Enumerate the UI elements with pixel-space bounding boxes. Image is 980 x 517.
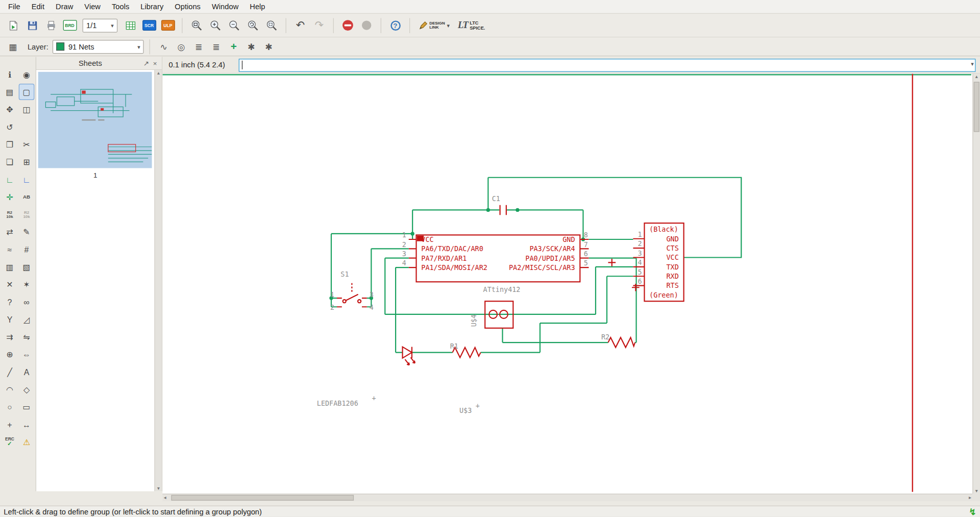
sheet-thumbnail[interactable]: [38, 72, 152, 168]
menu-edit[interactable]: Edit: [26, 1, 50, 13]
text-tool[interactable]: A: [19, 364, 35, 380]
save-button[interactable]: [24, 17, 41, 34]
scrollbar-thumb[interactable]: [974, 82, 979, 132]
delete-tool[interactable]: ✕: [2, 276, 18, 292]
open-new-button[interactable]: [5, 17, 22, 34]
gateswap-tool[interactable]: ∞: [19, 294, 35, 310]
attribute-tool[interactable]: R2 10k: [2, 206, 18, 223]
scroll-up-icon[interactable]: ▴: [157, 70, 160, 76]
mirror-tool[interactable]: ◫: [19, 101, 35, 117]
copy-group-tool[interactable]: ▥: [2, 259, 18, 275]
miter-tool[interactable]: ◿: [19, 311, 35, 328]
grid-settings-button[interactable]: ▦: [5, 39, 21, 54]
junction-tool[interactable]: ✛: [2, 189, 18, 205]
circle-tool[interactable]: ○: [2, 399, 18, 415]
zoom-redraw-button[interactable]: [244, 17, 261, 34]
replace-tool[interactable]: ⇋: [19, 329, 35, 345]
ltspice-button[interactable]: LT LTCSPICE.: [455, 18, 488, 33]
advanced-settings-button[interactable]: ✱: [261, 39, 277, 54]
print-button[interactable]: [42, 17, 59, 34]
display-layers-tool[interactable]: ▤: [2, 84, 18, 100]
netclass-button[interactable]: ≣: [208, 39, 224, 54]
command-input[interactable]: ▾: [239, 58, 976, 71]
layer-dropdown[interactable]: 91 Nets ▾: [53, 40, 144, 54]
mark-tool[interactable]: ⊕: [2, 346, 18, 362]
sheet-number[interactable]: 1: [36, 170, 154, 179]
zoom-out-button[interactable]: [226, 17, 242, 34]
undo-button[interactable]: ↶: [292, 17, 309, 34]
scroll-left-icon[interactable]: ◂: [164, 495, 166, 501]
menu-options[interactable]: Options: [169, 1, 206, 13]
add-net-button[interactable]: +: [226, 39, 241, 54]
change-tool[interactable]: ✎: [19, 224, 35, 240]
schematic-canvas[interactable]: VCC PA6/TXD/DAC/AR0 PA7/RXD/AR1 PA1/SDA/…: [162, 73, 972, 494]
label-tool[interactable]: AB: [19, 189, 35, 205]
table-button[interactable]: [122, 17, 139, 34]
sheet-select-dropdown[interactable]: 1/1▾: [83, 18, 118, 32]
eye-tool[interactable]: ◉: [19, 66, 35, 83]
menu-window[interactable]: Window: [206, 1, 244, 13]
rect-tool[interactable]: ▭: [19, 399, 35, 415]
probe-button[interactable]: ◎: [174, 39, 189, 54]
capacitor-c1[interactable]: C1: [492, 195, 506, 215]
group-select-tool[interactable]: ▢: [19, 84, 35, 100]
zoom-fit-button[interactable]: [188, 17, 205, 34]
undock-panel-icon[interactable]: ↗: [142, 59, 151, 67]
scroll-right-icon[interactable]: ▸: [969, 495, 971, 501]
menu-draw[interactable]: Draw: [50, 1, 79, 13]
spice-bolt-icon[interactable]: ↯: [969, 506, 976, 516]
smash-tool[interactable]: ≈: [2, 241, 18, 258]
design-link-button[interactable]: DESIGNLINK ▾: [415, 19, 453, 31]
sheets-scrollbar[interactable]: ▴▾: [154, 70, 162, 491]
erc-tool[interactable]: ERC✓: [2, 434, 18, 450]
horizontal-scrollbar[interactable]: ◂ ▸: [162, 494, 972, 501]
cut-tool[interactable]: ✂: [19, 136, 35, 153]
paste-group-tool[interactable]: ▧: [19, 259, 35, 275]
settings-button[interactable]: ✱: [243, 39, 259, 54]
menu-library[interactable]: Library: [135, 1, 169, 13]
zoom-select-button[interactable]: [263, 17, 280, 34]
split-tool[interactable]: Y: [2, 311, 18, 328]
arc-tool[interactable]: ◠: [2, 381, 18, 398]
menu-file[interactable]: File: [3, 1, 26, 13]
line-tool[interactable]: ╱: [2, 364, 18, 380]
menu-help[interactable]: Help: [244, 1, 271, 13]
led[interactable]: [403, 347, 415, 365]
switch-s1[interactable]: S1 1 3 2 4: [330, 270, 374, 311]
polygon-tool[interactable]: ◇: [19, 381, 35, 398]
fixit-tool[interactable]: ✶: [19, 276, 35, 292]
command-dropdown-arrow[interactable]: ▾: [971, 60, 974, 66]
info-tool[interactable]: ℹ: [2, 66, 18, 83]
scrollbar-thumb[interactable]: [172, 495, 354, 501]
invoke-tool[interactable]: ⇉: [2, 329, 18, 345]
wire-style-button[interactable]: ∿: [156, 39, 172, 54]
errors-tool[interactable]: ⚠: [19, 434, 35, 450]
resistor-r2[interactable]: R2: [601, 333, 635, 348]
scroll-down-icon[interactable]: ▾: [157, 485, 160, 491]
resistor-r1[interactable]: R1: [450, 342, 481, 357]
netlist-button[interactable]: ≣: [191, 39, 207, 54]
pin-info-tool[interactable]: ?: [2, 294, 18, 310]
zoom-in-button[interactable]: [207, 17, 224, 34]
origin-mark-tool[interactable]: +: [2, 416, 18, 433]
name-tool[interactable]: #: [19, 241, 35, 258]
menu-view[interactable]: View: [79, 1, 106, 13]
paste-tool[interactable]: ❏: [2, 154, 18, 170]
ic-attiny412[interactable]: VCC PA6/TXD/DAC/AR0 PA7/RXD/AR1 PA1/SDA/…: [402, 231, 589, 293]
add-part-tool[interactable]: ⊞: [19, 154, 35, 170]
switch-to-board-button[interactable]: BRD: [61, 17, 78, 34]
ftdi-connector[interactable]: (Black) GND CTS VCC TXD RXD RTS (Green) …: [608, 223, 683, 301]
scroll-up-icon[interactable]: ▴: [973, 73, 980, 79]
close-panel-icon[interactable]: ×: [151, 59, 159, 67]
measure-tool[interactable]: ↔: [19, 416, 35, 433]
pinswap-tool[interactable]: ⇄: [2, 224, 18, 240]
global-attribute-tool[interactable]: R2 10k: [19, 206, 35, 223]
vertical-scrollbar[interactable]: ▴ ▾: [972, 73, 980, 494]
script-button[interactable]: SCR: [141, 17, 158, 34]
unplaced-labels[interactable]: LEDFAB1206 + U$3 +: [317, 395, 480, 414]
menu-tools[interactable]: Tools: [106, 1, 135, 13]
redo-button[interactable]: ↷: [311, 17, 328, 34]
help-button[interactable]: ?: [387, 17, 404, 34]
dimension-tool[interactable]: ⇔: [19, 346, 35, 362]
rotate-tool[interactable]: ↺: [2, 119, 18, 135]
